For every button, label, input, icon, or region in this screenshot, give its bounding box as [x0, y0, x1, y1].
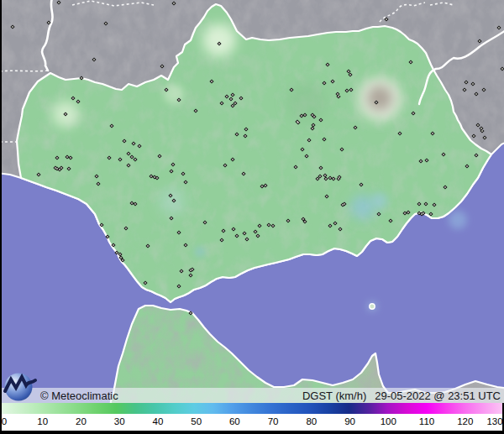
datetime-label: 29-05-2022 @ 23:51 UTC [375, 390, 501, 402]
legend-tick-label: 110 [419, 416, 434, 426]
legend-tick-label: 40 [153, 416, 164, 426]
weather-map [0, 0, 504, 434]
frame-border-left [0, 0, 2, 434]
meteoclimatic-logo [2, 370, 40, 404]
legend-tick-label: 0 [2, 416, 7, 426]
legend-color-scale [0, 403, 504, 414]
gust-shading-spot [202, 24, 236, 57]
legend-tick-label: 70 [268, 416, 279, 426]
legend-tick-label: 130 [486, 416, 502, 426]
frame-border-bottom [0, 431, 504, 434]
legend-tick-labels: 0102030405060708090100110120130 [0, 414, 504, 431]
legend-tick-label: 100 [381, 416, 396, 426]
legend-tick-label: 90 [344, 416, 355, 426]
map-meta: DGST (km/h) 29-05-2022 @ 23:51 UTC [302, 390, 501, 402]
legend-tick-label: 10 [37, 416, 48, 426]
legend-tick-label: 30 [114, 416, 125, 426]
gust-shading-spot [286, 82, 327, 123]
weather-map-screen: © Meteoclimatic DGST (km/h) 29-05-2022 @… [0, 0, 504, 434]
gust-shading-spot [371, 192, 388, 209]
gust-shading-spot [159, 188, 186, 215]
legend-tick-label: 60 [229, 416, 240, 426]
gust-shading-spot [367, 86, 392, 111]
metric-label: DGST (km/h) [302, 390, 366, 402]
copyright-text: © Meteoclimatic [40, 390, 118, 402]
gust-shading-spot [449, 211, 467, 229]
alboran-island [370, 304, 375, 309]
gust-shading-spot [164, 84, 184, 104]
legend-tick-label: 80 [306, 416, 317, 426]
gust-shading-spot [196, 248, 204, 256]
attribution-bar: © Meteoclimatic DGST (km/h) 29-05-2022 @… [0, 388, 504, 403]
legend-tick-label: 50 [191, 416, 202, 426]
legend-tick-label: 20 [76, 416, 87, 426]
legend-tick-label: 120 [457, 416, 473, 426]
